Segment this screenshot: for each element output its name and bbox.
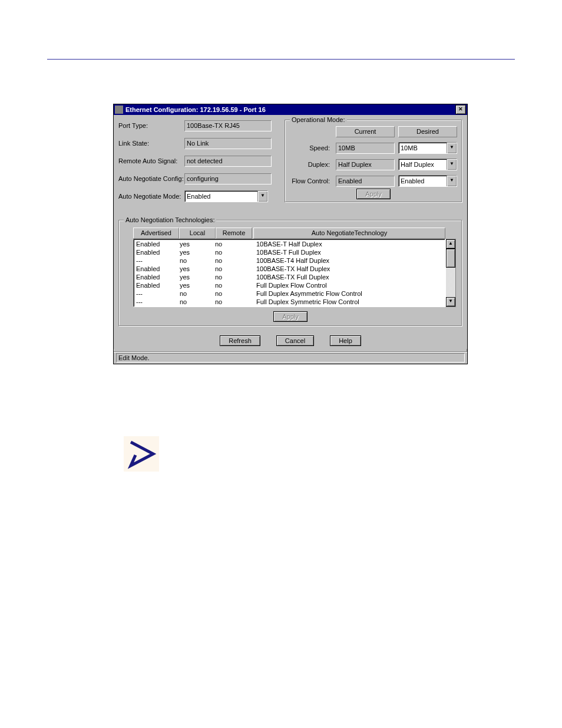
- cell-remote: no: [215, 273, 250, 281]
- cell-technology: Full Duplex Asymmetric Flow Control: [250, 289, 444, 298]
- cell-local: yes: [180, 248, 215, 256]
- cell-remote: no: [215, 256, 250, 265]
- speed-desired-combo[interactable]: 10MB ▼: [398, 142, 457, 154]
- flow-control-desired-combo[interactable]: Enabled ▼: [398, 175, 457, 187]
- table-scrollbar[interactable]: ▲ ▼: [445, 239, 456, 307]
- cell-remote: no: [215, 248, 250, 256]
- cell-local: yes: [180, 273, 215, 281]
- cell-local: yes: [180, 265, 215, 273]
- cell-advertised: ---: [135, 256, 180, 265]
- remote-auto-signal-label: Remote Auto Signal:: [118, 157, 184, 164]
- table-row[interactable]: ---nonoFull Duplex Symmetric Flow Contro…: [134, 298, 445, 306]
- cell-advertised: ---: [135, 289, 180, 298]
- cell-advertised: Enabled: [135, 240, 180, 248]
- window-title: Ethernet Configuration: 172.19.56.59 - P…: [125, 106, 455, 113]
- port-info-column: Port Type: 100Base-TX RJ45 Link State: N…: [118, 120, 276, 208]
- col-local[interactable]: Local: [179, 228, 216, 239]
- table-row[interactable]: Enabledyesno100BASE-TX Half Duplex: [134, 265, 445, 273]
- link-state-value: No Link: [184, 138, 272, 149]
- scroll-up-icon[interactable]: ▲: [446, 239, 455, 249]
- chevron-down-icon[interactable]: ▼: [447, 159, 457, 170]
- chevron-down-icon[interactable]: ▼: [447, 143, 457, 153]
- duplex-desired-combo[interactable]: Half Duplex ▼: [398, 159, 457, 170]
- speed-desired-value: 10MB: [399, 143, 447, 153]
- cell-remote: no: [215, 298, 250, 306]
- scroll-down-icon[interactable]: ▼: [446, 297, 455, 307]
- cell-remote: no: [215, 281, 250, 289]
- duplex-label: Duplex:: [290, 161, 332, 168]
- ethernet-config-window: Ethernet Configuration: 172.19.56.59 - P…: [113, 104, 468, 364]
- auto-neg-config-label: Auto Negotiate Config:: [118, 175, 184, 182]
- close-button[interactable]: ✕: [455, 105, 466, 114]
- flow-control-desired-value: Enabled: [399, 176, 447, 186]
- cell-technology: Full Duplex Symmetric Flow Control: [250, 298, 444, 306]
- status-bar: Edit Mode.: [114, 351, 467, 364]
- auto-neg-mode-value: Enabled: [185, 191, 257, 202]
- duplex-current: Half Duplex: [336, 159, 395, 170]
- remote-auto-signal-value: not detected: [184, 156, 272, 167]
- port-type-label: Port Type:: [118, 122, 184, 129]
- operational-apply-button[interactable]: Apply: [356, 189, 391, 199]
- table-row[interactable]: EnabledyesnoFull Duplex Flow Control: [134, 281, 445, 289]
- cell-technology: 10BASE-T Full Duplex: [250, 248, 444, 256]
- cell-technology: 100BASE-TX Full Duplex: [250, 273, 444, 281]
- page-header-divider: [47, 35, 515, 60]
- auto-neg-table: Advertised Local Remote Auto NegotiateTe…: [125, 228, 456, 307]
- cancel-button[interactable]: Cancel: [276, 335, 314, 346]
- cell-local: yes: [180, 240, 215, 248]
- speed-label: Speed:: [290, 144, 332, 151]
- col-remote[interactable]: Remote: [216, 228, 252, 239]
- auto-negotiation-title: Auto Negotiation Technologies:: [124, 216, 216, 223]
- auto-negotiation-group: Auto Negotiation Technologies: Advertise…: [118, 220, 462, 327]
- cell-technology: 100BASE-T4 Half Duplex: [250, 256, 444, 265]
- table-row[interactable]: ---nonoFull Duplex Asymmetric Flow Contr…: [134, 289, 445, 298]
- chevron-down-icon[interactable]: ▼: [447, 176, 457, 186]
- duplex-desired-value: Half Duplex: [399, 159, 447, 170]
- scroll-track[interactable]: [446, 268, 455, 297]
- dialog-button-row: Refresh Cancel Help: [118, 337, 462, 344]
- table-row[interactable]: Enabledyesno100BASE-TX Full Duplex: [134, 273, 445, 281]
- flow-control-current: Enabled: [336, 176, 395, 187]
- client-area: Port Type: 100Base-TX RJ45 Link State: N…: [114, 115, 467, 349]
- desired-header: Desired: [398, 126, 457, 137]
- table-row[interactable]: ---nono100BASE-T4 Half Duplex: [134, 256, 445, 265]
- auto-neg-mode-combo[interactable]: Enabled ▼: [184, 190, 268, 202]
- speed-current: 10MB: [336, 143, 395, 154]
- col-technology[interactable]: Auto NegotiateTechnology: [253, 228, 445, 239]
- cell-advertised: Enabled: [135, 265, 180, 273]
- note-icon: [124, 436, 159, 472]
- operational-mode-title: Operational Mode:: [290, 116, 347, 123]
- cell-technology: 10BASE-T Half Duplex: [250, 240, 444, 248]
- status-text: Edit Mode.: [116, 353, 465, 363]
- cell-technology: Full Duplex Flow Control: [250, 281, 444, 289]
- scroll-thumb[interactable]: [446, 249, 455, 268]
- table-row[interactable]: Enabledyesno10BASE-T Half Duplex: [134, 240, 445, 248]
- cell-advertised: Enabled: [135, 273, 180, 281]
- cell-local: yes: [180, 281, 215, 289]
- cell-local: no: [180, 289, 215, 298]
- col-advertised[interactable]: Advertised: [133, 228, 179, 239]
- help-button[interactable]: Help: [330, 335, 361, 346]
- cell-remote: no: [215, 289, 250, 298]
- refresh-button[interactable]: Refresh: [220, 335, 260, 346]
- chevron-down-icon[interactable]: ▼: [257, 191, 267, 202]
- cell-local: no: [180, 256, 215, 265]
- cell-advertised: ---: [135, 298, 180, 306]
- link-state-label: Link State:: [118, 140, 184, 147]
- current-header: Current: [336, 126, 395, 137]
- operational-mode-group: Operational Mode: Current Desired Speed:…: [285, 120, 462, 203]
- table-row[interactable]: Enabledyesno10BASE-T Full Duplex: [134, 248, 445, 256]
- port-type-value: 100Base-TX RJ45: [184, 120, 272, 131]
- cell-remote: no: [215, 240, 250, 248]
- cell-advertised: Enabled: [135, 248, 180, 256]
- cell-advertised: Enabled: [135, 281, 180, 289]
- auto-neg-config-value: configuring: [184, 173, 272, 185]
- flow-control-label: Flow Control:: [290, 177, 332, 185]
- auto-neg-table-body[interactable]: Enabledyesno10BASE-T Half DuplexEnabledy…: [133, 239, 445, 307]
- cell-local: no: [180, 298, 215, 306]
- autoneg-apply-button[interactable]: Apply: [273, 311, 308, 322]
- cell-remote: no: [215, 265, 250, 273]
- cell-technology: 100BASE-TX Half Duplex: [250, 265, 444, 273]
- auto-neg-mode-label: Auto Negotiate Mode:: [118, 193, 184, 200]
- window-icon: [115, 106, 123, 114]
